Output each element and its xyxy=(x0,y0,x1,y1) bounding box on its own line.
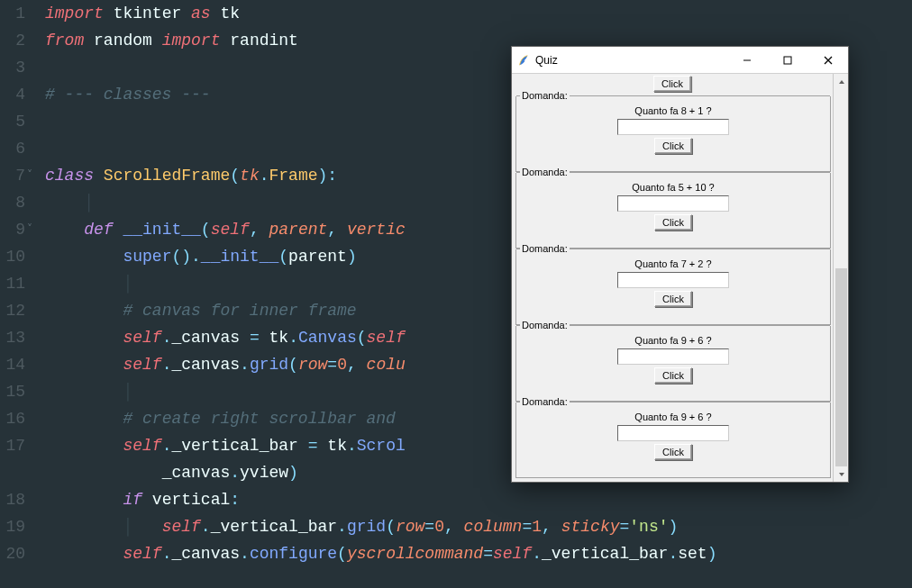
line-number: 20 xyxy=(0,540,45,567)
code-text[interactable]: # canvas for inner frame xyxy=(45,297,357,324)
line-number: 4 xyxy=(0,81,45,108)
question-group: Domanda:Quanto fa 8 + 1 ?Click xyxy=(515,96,831,172)
quiz-click-button[interactable]: Click xyxy=(654,367,692,384)
line-number: 15 xyxy=(0,378,45,405)
question-text: Quanto fa 9 + 6 ? xyxy=(634,335,711,346)
question-group: Domanda:Quanto fa 5 + 10 ?Click xyxy=(515,173,831,249)
line-number: 12 xyxy=(0,297,45,324)
line-number xyxy=(0,459,45,486)
tk-feather-icon xyxy=(517,54,530,67)
line-number: 9˅ xyxy=(0,216,45,243)
line-number: 3 xyxy=(0,54,45,81)
code-line[interactable]: 1 import tkinter as tk xyxy=(0,0,912,27)
maximize-button[interactable] xyxy=(767,47,807,73)
code-text[interactable]: _canvas.yview) xyxy=(45,459,298,486)
code-text[interactable]: │ xyxy=(45,189,94,216)
scroll-down-button[interactable] xyxy=(834,466,848,482)
code-text[interactable]: │ xyxy=(45,270,132,297)
line-number: 1 xyxy=(0,0,45,27)
line-number: 11 xyxy=(0,270,45,297)
quiz-click-button[interactable]: Click xyxy=(654,291,692,307)
window-title: Quiz xyxy=(535,54,558,67)
svg-marker-4 xyxy=(839,80,844,84)
answer-input[interactable] xyxy=(617,195,729,212)
titlebar[interactable]: Quiz xyxy=(512,47,848,74)
line-number: 2 xyxy=(0,27,45,54)
question-group: Domanda:Quanto fa 7 + 2 ?Click xyxy=(515,249,831,325)
group-label: Domanda: xyxy=(520,243,570,254)
quiz-client-area: Click Domanda:Quanto fa 8 + 1 ?ClickDoma… xyxy=(512,74,848,482)
code-text[interactable]: # create right scrollbar and xyxy=(45,405,406,432)
code-text[interactable]: if vertical: xyxy=(45,486,240,513)
answer-input[interactable] xyxy=(617,348,729,365)
line-number: 17 xyxy=(0,432,45,459)
answer-input[interactable] xyxy=(617,272,729,288)
code-text[interactable]: def __init__(self, parent, vertic xyxy=(45,216,406,243)
code-text[interactable]: class ScrolledFrame(tk.Frame): xyxy=(45,162,337,189)
line-number: 8 xyxy=(0,189,45,216)
question-text: Quanto fa 9 + 6 ? xyxy=(634,412,711,422)
line-number: 18 xyxy=(0,486,45,513)
code-line[interactable]: 18 if vertical: xyxy=(0,486,912,513)
code-text[interactable]: import tkinter as tk xyxy=(45,0,240,27)
close-button[interactable] xyxy=(807,47,848,73)
quiz-click-button[interactable]: Click xyxy=(654,214,692,231)
svg-marker-5 xyxy=(839,473,844,476)
answer-input[interactable] xyxy=(617,425,729,441)
question-group: Domanda:Quanto fa 9 + 6 ?Click xyxy=(515,403,831,478)
code-text[interactable]: self._canvas = tk.Canvas(self xyxy=(45,324,406,351)
code-text[interactable]: │ self._vertical_bar.grid(row=0, column=… xyxy=(45,513,678,540)
scroll-up-button[interactable] xyxy=(834,74,848,89)
quiz-click-button[interactable]: Click xyxy=(654,138,692,154)
group-label: Domanda: xyxy=(520,167,570,177)
quiz-click-button[interactable]: Click xyxy=(654,444,692,460)
code-text[interactable]: super().__init__(parent) xyxy=(45,243,357,270)
code-line[interactable]: 19 │ self._vertical_bar.grid(row=0, colu… xyxy=(0,513,912,540)
line-number: 13 xyxy=(0,324,45,351)
code-text[interactable]: self._canvas.configure(yscrollcommand=se… xyxy=(45,540,716,567)
code-line[interactable]: 20 self._canvas.configure(yscrollcommand… xyxy=(0,540,912,567)
line-number: 14 xyxy=(0,351,45,378)
group-label: Domanda: xyxy=(520,90,570,101)
line-number: 10 xyxy=(0,243,45,270)
answer-input[interactable] xyxy=(617,119,729,135)
scroll-thumb[interactable] xyxy=(835,268,847,466)
question-text: Quanto fa 7 + 2 ? xyxy=(634,258,711,269)
question-text: Quanto fa 5 + 10 ? xyxy=(632,182,714,193)
svg-rect-1 xyxy=(784,57,791,64)
quiz-window: Quiz Click Domanda:Quanto fa 8 + 1 ?Clic… xyxy=(511,46,849,483)
line-number: 7˅ xyxy=(0,162,45,189)
minimize-button[interactable] xyxy=(726,47,767,73)
code-text[interactable]: # --- classes --- xyxy=(45,81,211,108)
question-group: Domanda:Quanto fa 9 + 6 ?Click xyxy=(515,326,831,402)
code-text[interactable]: from random import randint xyxy=(45,27,298,54)
line-number: 19 xyxy=(0,513,45,540)
group-label: Domanda: xyxy=(520,320,570,330)
line-number: 5 xyxy=(0,108,45,135)
line-number: 16 xyxy=(0,405,45,432)
question-text: Quanto fa 8 + 1 ? xyxy=(634,105,711,116)
line-number: 6 xyxy=(0,135,45,162)
code-text[interactable]: │ xyxy=(45,378,132,405)
vertical-scrollbar[interactable] xyxy=(833,74,848,482)
quiz-content: Click Domanda:Quanto fa 8 + 1 ?ClickDoma… xyxy=(512,74,833,482)
group-label: Domanda: xyxy=(520,396,570,407)
